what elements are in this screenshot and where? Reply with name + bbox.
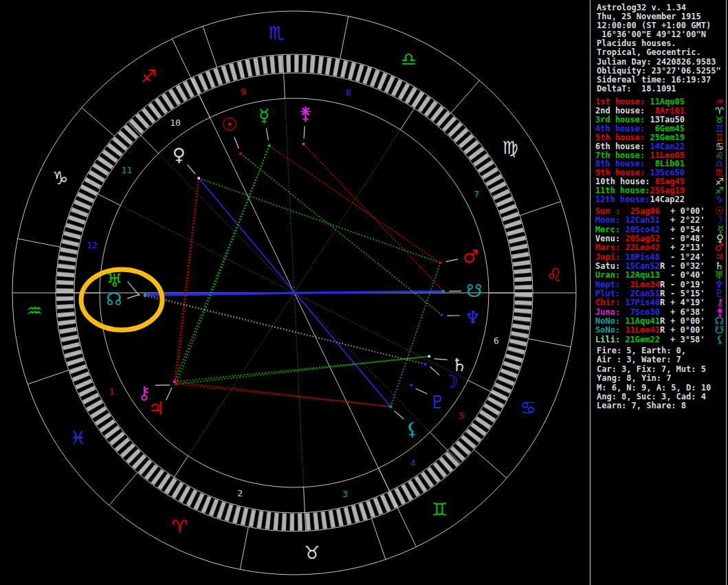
planet-velocity: + 0°00' — [670, 326, 705, 335]
retrograde-flag — [660, 335, 665, 344]
stats-line: Fire: 5, Earth: 0, — [597, 346, 711, 355]
retrograde-flag — [660, 234, 665, 243]
planet-velocity: + 0°00' — [670, 317, 705, 326]
planet-position-value: 12Can31 — [620, 216, 660, 225]
house-label: 6th house: — [595, 142, 650, 151]
house-row: 3rd house:13Tau50♉ — [595, 115, 726, 124]
planet-label: NoNo: — [595, 317, 620, 326]
house-number-8: 8 — [346, 87, 351, 98]
planet-label: Venu: — [595, 234, 620, 243]
planet-velocity: + 2°22' — [670, 216, 705, 225]
planet-row: Plut: 2Can51R- 5°15'♇ — [595, 289, 726, 298]
planet-row: Nept: 2Leo34R- 0°19'♆ — [595, 280, 726, 289]
header-line: Julian Day: 2420826.9583 — [597, 58, 721, 67]
wheel-planet-icon-Sun: ☉ — [221, 114, 237, 135]
house-row: 5th house:25Gem19♊ — [595, 133, 726, 142]
planet-velocity: - 1°24' — [670, 253, 705, 262]
wheel-planet-icon-Lili: ⚸ — [406, 419, 419, 439]
house-cusp-value: 13Tau50 — [650, 115, 685, 124]
planet-label: Juno: — [595, 308, 620, 317]
sign-glyph-sagittarius: ♐ — [141, 66, 157, 87]
planet-degree-dot — [410, 384, 413, 386]
planet-velocity: - 0°40' — [670, 271, 705, 280]
house-label: 5th house: — [595, 133, 650, 142]
planet-degree-dot — [390, 406, 393, 408]
retrograde-flag — [660, 225, 665, 234]
house-number-2: 2 — [237, 488, 243, 498]
retrograde-flag: R — [660, 298, 665, 307]
sign-glyph-scorpio: ♏ — [268, 23, 284, 43]
planet-row: Juno: 7Sco30 + 6°38'⚵ — [595, 308, 726, 317]
planet-row: Merc:20Sco42 + 0°54'☿ — [595, 225, 726, 234]
planet-degree-dot — [442, 290, 445, 293]
sign-glyph-aquarius: ♒ — [26, 300, 42, 321]
house-cusp-value: 6Gem45 — [650, 124, 685, 133]
house-number-6: 6 — [494, 335, 499, 346]
planet-degree-dot — [439, 261, 442, 264]
stats-line: Ang: 8, Suc: 3, Cad: 4 — [597, 393, 711, 401]
wheel-planet-icon-SoNo: ☋ — [466, 280, 482, 301]
planet-degree-dot — [239, 153, 242, 155]
wheel-planet-icon-NoNo: ☊ — [107, 289, 122, 309]
planet-position-value: 2Can51 — [620, 289, 660, 298]
retrograde-flag — [660, 207, 665, 216]
planet-position-list: Sun : 2Sag06 + 0°00'☉Moon:12Can31 + 2°22… — [595, 207, 726, 344]
wheel-planet-icon-Satu: ♄ — [451, 355, 467, 375]
house-label: 2nd house: — [595, 107, 650, 115]
planet-position-value: 11Aqu41 — [620, 317, 660, 326]
planet-velocity: + 2°13' — [670, 243, 705, 252]
planet-position-value: 7Sco30 — [620, 308, 660, 317]
planet-row: Moon:12Can31 + 2°22'☽ — [595, 216, 726, 225]
planet-velocity: - 5°15' — [670, 289, 705, 298]
wheel-planet-icon-Juno: ⚵ — [299, 103, 312, 124]
planet-row: Lili:21Gem22 + 3°58'⚸ — [595, 335, 726, 344]
planet-degree-dot — [197, 177, 200, 179]
planet-row: Sun : 2Sag06 + 0°00'☉ — [595, 207, 726, 216]
planet-row: NoNo:11Aqu41R+ 0°00'☊ — [595, 317, 726, 326]
planet-row: Uran:12Aqu13 - 0°40'♅ — [595, 271, 726, 280]
house-row: 2nd house: 8Ari01♈ — [595, 107, 726, 115]
planet-position-value: 15Can52 — [620, 262, 660, 271]
planet-velocity: - 0°48' — [670, 234, 705, 243]
sign-glyph-capricorn: ♑ — [52, 168, 68, 188]
planet-icon: ⚸ — [716, 335, 726, 344]
astrolog32-window: { "colors": { "red": "#e00000", "green":… — [0, 0, 728, 585]
planet-velocity: + 3°58' — [670, 335, 705, 344]
planet-row: SoNo:11Leo41R+ 0°00'☋ — [595, 326, 726, 335]
planet-velocity: + 0°54' — [670, 225, 705, 234]
planet-label: Satu: — [595, 262, 620, 271]
retrograde-flag — [660, 243, 665, 252]
planet-velocity: - 0°32' — [670, 262, 705, 271]
planet-label: Nept: — [595, 280, 620, 289]
wheel-planet-icon-Merc: ☿ — [258, 105, 269, 126]
planet-row: Mars:22Leo42 + 2°13'♂ — [595, 243, 726, 252]
panel-left-separator — [590, 0, 591, 585]
wheel-planet-icon-Nept: ♆ — [465, 307, 481, 328]
sign-glyph-aries: ♈ — [172, 516, 188, 537]
wheel-planet-icon-Plut: ♇ — [430, 392, 445, 412]
stats-line: M: 6, N: 9, A: 5, D: 10 — [597, 384, 711, 393]
house-cusp-value: 14Can22 — [650, 142, 685, 151]
house-cusp-list: 1st house:11Aqu05♒2nd house: 8Ari01♈3rd … — [595, 98, 726, 204]
header-line: Sidereal time: 16:19:37 — [597, 76, 721, 85]
house-row: 6th house:14Can22♋ — [595, 142, 726, 151]
house-row: 4th house: 6Gem45♊ — [595, 124, 726, 133]
planet-degree-dot — [175, 383, 178, 386]
header-line: Obliquity: 23°27'06.5255" — [597, 67, 721, 76]
planet-velocity: - 0°19' — [670, 280, 705, 289]
retrograde-flag: R — [660, 326, 665, 335]
planet-degree-dot — [441, 313, 443, 316]
planet-velocity: + 4°19' — [670, 298, 705, 307]
retrograde-flag: R — [660, 280, 665, 289]
sign-glyph-gemini: ♊ — [432, 499, 448, 520]
planet-position-value: 21Gem22 — [620, 335, 660, 344]
house-label: 3rd house: — [595, 115, 650, 124]
planet-degree-dot — [173, 381, 176, 384]
house-row: 12th house:14Cap22♑ — [595, 195, 726, 204]
sign-glyph-cancer: ♋ — [520, 397, 536, 418]
retrograde-flag — [660, 253, 665, 262]
planet-position-value: 17Pis40 — [620, 298, 660, 307]
sign-glyph-virgo: ♍ — [503, 137, 518, 158]
planet-position-value: 20Sco42 — [620, 225, 660, 234]
wheel-planet-icon-Chir: ⚷ — [137, 382, 151, 403]
